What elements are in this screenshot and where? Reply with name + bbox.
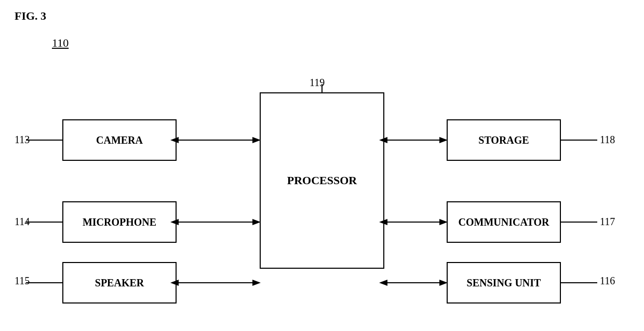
ref-114: 114	[15, 216, 30, 228]
processor-label: PROCESSOR	[287, 174, 357, 187]
storage-box: STORAGE	[447, 119, 561, 161]
sensing-unit-box: SENSING UNIT	[447, 262, 561, 304]
camera-box: CAMERA	[62, 119, 177, 161]
microphone-label: MICROPHONE	[83, 216, 156, 228]
communicator-label: COMMUNICATOR	[459, 216, 549, 228]
figure-label: FIG. 3	[15, 9, 46, 23]
camera-label: CAMERA	[96, 134, 143, 146]
microphone-box: MICROPHONE	[62, 201, 177, 243]
ref-116: 116	[600, 275, 615, 287]
processor-box: PROCESSOR	[260, 92, 384, 269]
communicator-box: COMMUNICATOR	[447, 201, 561, 243]
sensing-unit-label: SENSING UNIT	[467, 277, 541, 289]
storage-label: STORAGE	[478, 134, 529, 146]
ref-113: 113	[15, 134, 30, 146]
speaker-box: SPEAKER	[62, 262, 177, 304]
ref-115: 115	[15, 275, 30, 287]
speaker-label: SPEAKER	[95, 277, 144, 289]
ref-119: 119	[310, 77, 325, 89]
ref-117: 117	[600, 216, 615, 228]
ref-110: 110	[52, 36, 69, 50]
ref-118: 118	[600, 134, 615, 146]
